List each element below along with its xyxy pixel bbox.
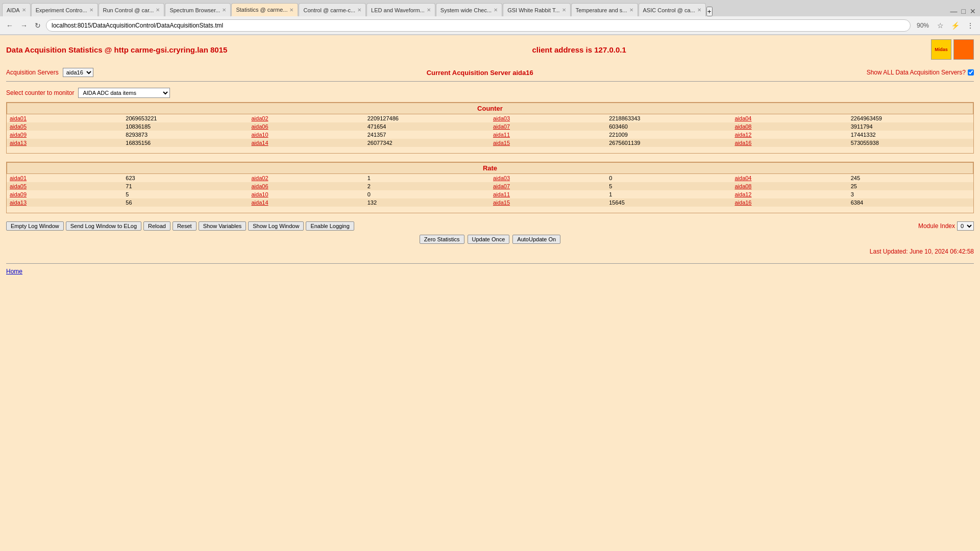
tab-close-asic[interactable]: ✕ [697,7,701,13]
counter-table-row: aida05 10836185 aida06 471654 aida07 603… [7,122,973,131]
reset-button[interactable]: Reset [173,221,197,231]
rate-table-row: aida05 71 aida06 2 aida07 5 aida08 25 [7,182,973,190]
address-bar-row: ← → ↻ 90% ☆ ⚡ ⋮ [0,16,980,35]
show-all-checkbox[interactable] [968,69,974,76]
tab-experiment[interactable]: Experiment Contro... ✕ [31,3,98,16]
acquisition-servers-label: Acquisition Servers [6,69,59,76]
maximize-button[interactable]: □ [960,6,968,16]
module-index-label: Module Index [918,222,955,230]
secondary-logo [953,39,974,60]
counter-select-label: Select counter to monitor [6,89,74,96]
footer-divider [6,263,974,264]
tab-asic-control[interactable]: ASIC Control @ ca... ✕ [639,3,706,16]
show-variables-button[interactable]: Show Variables [199,221,247,231]
counter-dropdown[interactable]: AIDA ADC data items [78,88,170,98]
zoom-indicator: 90% [914,22,932,29]
show-all-label: Show ALL Data Acquisition Servers? [867,69,966,76]
last-updated: Last Updated: June 10, 2024 06:42:58 [6,248,974,255]
bookmark-button[interactable]: ☆ [935,20,946,31]
tab-close-statistics[interactable]: ✕ [289,7,293,13]
menu-button[interactable]: ⋮ [965,20,976,31]
counter-table-row: aida09 8293873 aida10 241357 aida11 2210… [7,131,973,139]
tab-run-control[interactable]: Run Control @ car... ✕ [99,3,165,16]
tab-close-control[interactable]: ✕ [357,7,361,13]
show-all-servers-group: Show ALL Data Acquisition Servers? [867,69,974,76]
server-row: Acquisition Servers aida16 Current Acqui… [6,68,974,82]
autoupdate-on-button[interactable]: AutoUpdate On [512,235,560,244]
show-log-window-button[interactable]: Show Log Window [248,221,304,231]
tab-system-check[interactable]: System wide Chec... ✕ [436,3,502,16]
page-header: Data Acquisition Statistics @ http carme… [6,39,974,60]
counter-section-header: Counter [7,103,973,114]
buttons-row: Empty Log Window Send Log Window to ELog… [6,221,974,231]
logo-area: Midas [931,39,974,60]
current-server-label: Current Acquisition Server aida16 [427,69,533,77]
server-select[interactable]: aida16 [63,68,93,77]
tab-spectrum-browser[interactable]: Spectrum Browser... ✕ [165,3,231,16]
tab-close-aida[interactable]: ✕ [22,7,26,13]
rate-section-header: Rate [7,162,973,174]
counter-table: aida01 2069653221 aida02 2209127486 aida… [7,114,973,147]
extensions-button[interactable]: ⚡ [949,20,962,31]
close-window-button[interactable]: ✕ [968,6,978,16]
browser-chrome: AIDA ✕ Experiment Contro... ✕ Run Contro… [0,0,980,35]
send-log-button[interactable]: Send Log Window to ELog [66,221,141,231]
acquisition-servers-group: Acquisition Servers aida16 [6,68,93,77]
page-title: Data Acquisition Statistics @ http carme… [6,45,227,54]
tab-close-led[interactable]: ✕ [427,7,431,13]
tab-close-spectrum[interactable]: ✕ [222,7,226,13]
tab-gsi-white-rabbit[interactable]: GSI White Rabbit T... ✕ [503,3,571,16]
tab-close-gsi[interactable]: ✕ [562,7,566,13]
zero-statistics-button[interactable]: Zero Statistics [420,235,464,244]
tab-close-run-control[interactable]: ✕ [156,7,160,13]
rate-section: Rate aida01 623 aida02 1 aida03 0 aida04… [6,162,974,213]
rate-table: aida01 623 aida02 1 aida03 0 aida04 245 … [7,174,973,207]
counter-table-row: aida13 16835156 aida14 26077342 aida15 2… [7,139,973,147]
tab-bar: AIDA ✕ Experiment Contro... ✕ Run Contro… [0,0,980,16]
midas-logo: Midas [931,39,951,60]
tab-statistics[interactable]: Statistics @ carme... ✕ [231,3,298,16]
action-row: Zero Statistics Update Once AutoUpdate O… [6,235,974,244]
counter-table-row: aida01 2069653221 aida02 2209127486 aida… [7,114,973,122]
rate-table-row: aida13 56 aida14 132 aida15 15645 aida16… [7,198,973,207]
module-index-select[interactable]: 0 [957,221,974,231]
empty-log-window-button[interactable]: Empty Log Window [6,221,64,231]
reload-browser-button[interactable]: ↻ [33,20,43,31]
tab-temperature[interactable]: Temperature and s... ✕ [571,3,638,16]
counter-select-row: Select counter to monitor AIDA ADC data … [6,88,974,98]
home-link[interactable]: Home [6,268,974,275]
tab-control[interactable]: Control @ carme-c... ✕ [299,3,366,16]
tab-close-experiment[interactable]: ✕ [89,7,93,13]
counter-section: Counter aida01 2069653221 aida02 2209127… [6,102,974,154]
minimize-button[interactable]: — [948,6,960,16]
tab-close-system[interactable]: ✕ [494,7,498,13]
forward-button[interactable]: → [18,20,30,31]
client-address: client address is 127.0.0.1 [532,45,626,54]
update-once-button[interactable]: Update Once [468,235,510,244]
tab-aida[interactable]: AIDA ✕ [2,3,31,16]
reload-button[interactable]: Reload [143,221,170,231]
enable-logging-button[interactable]: Enable Logging [306,221,354,231]
tab-close-temperature[interactable]: ✕ [629,7,633,13]
address-input[interactable] [46,19,911,32]
page-content: Data Acquisition Statistics @ http carme… [0,35,980,494]
tab-led-waveform[interactable]: LED and Waveform... ✕ [366,3,435,16]
rate-table-row: aida01 623 aida02 1 aida03 0 aida04 245 [7,174,973,182]
new-tab-button[interactable]: + [706,7,713,16]
rate-table-row: aida09 5 aida10 0 aida11 1 aida12 3 [7,190,973,198]
back-button[interactable]: ← [4,20,15,31]
